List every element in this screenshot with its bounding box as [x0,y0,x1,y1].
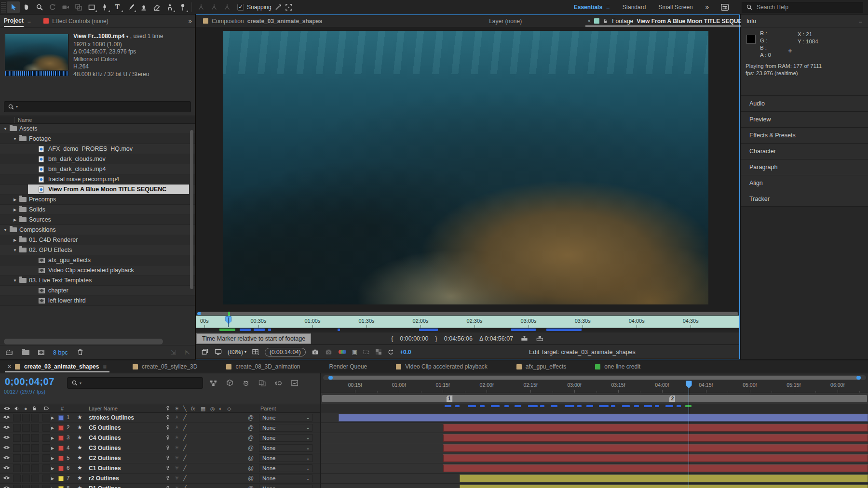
audio-cell[interactable] [13,485,21,488]
roto-brush-tool[interactable] [163,1,176,13]
quality-switch[interactable]: ☀ [175,445,179,451]
quality-switch[interactable]: ☀ [175,475,179,481]
project-horizontal-scrollbar[interactable] [4,339,163,344]
puppet-pin-tool[interactable] [176,1,189,13]
quality-switch[interactable]: ☀ [175,465,179,471]
parent-dropdown[interactable]: None⌄ [259,414,313,422]
project-tree-item[interactable]: AFX_demo_PRORES_HQ.mov [0,144,195,154]
video-column-icon[interactable] [3,405,11,412]
project-tree-item[interactable]: View From A Blue Moon TITLE SEQUENC [0,185,195,195]
audio-cell[interactable] [13,475,21,482]
graph-editor-icon[interactable] [291,380,298,387]
disclosure-arrow-icon[interactable]: ▼ [13,278,17,283]
expand-layer-icon[interactable]: ▶ [51,416,54,420]
motion-blur-icon[interactable] [274,380,283,387]
lock-cell[interactable] [31,454,39,462]
effects-switch[interactable]: ╱ [183,424,187,431]
layer-label-swatch[interactable] [58,456,64,461]
timeline-panel-menu-icon[interactable]: ≡ [103,363,107,370]
workspace-menu-icon[interactable]: ≡ [606,3,610,11]
view-axis-mode[interactable] [220,1,233,13]
parent-dropdown[interactable]: None⌄ [259,464,313,472]
label-cell[interactable] [42,475,50,482]
quality-switch[interactable]: ☀ [175,424,179,431]
info-panel-title[interactable]: Info [746,18,756,25]
new-composition-icon[interactable] [38,350,44,355]
timeline-search-input[interactable]: ▾ [67,377,203,389]
footage-name-caret-icon[interactable]: ▾ [126,34,129,39]
anchor-switch[interactable] [165,435,171,441]
close-tab-icon[interactable]: × [587,18,591,25]
show-snapshot-icon[interactable] [325,349,333,356]
solo-column-icon[interactable]: ● [24,405,27,412]
timeline-tab[interactable]: create_08_3D_animation [221,360,305,373]
timeline-playhead[interactable] [689,381,689,488]
collapse-arrow-icon[interactable]: ⇲ [171,349,176,356]
project-tree-item[interactable]: ▼ Compositions [0,225,195,235]
audio-cell[interactable] [13,444,21,452]
parent-dropdown[interactable]: None⌄ [259,475,313,482]
project-tree-item[interactable]: bm_dark_clouds.mov [0,154,195,164]
layer-name[interactable]: strokes Outlines [89,414,134,421]
solo-cell[interactable] [22,464,30,472]
lock-cell[interactable] [31,475,39,482]
project-tree-item[interactable]: ▶ 01. C4D Renderer [0,235,195,245]
quality-switch[interactable]: ☀ [175,414,179,421]
quality-switch[interactable]: ☀ [175,455,179,461]
layer-row[interactable]: ▶ 3 ★ C4 Outlines ☀ ╱ @ None⌄ [0,433,320,443]
project-tree-item[interactable]: ▼ 03. Live Text Templates [0,276,195,286]
new-folder-icon[interactable] [22,350,29,355]
workspace-essentials[interactable]: Essentials [574,4,602,11]
effects-switch[interactable]: ╱ [183,465,187,471]
reset-exposure-icon[interactable] [387,349,394,356]
parent-dropdown[interactable]: None⌄ [259,424,313,432]
anchor-switch[interactable] [165,475,171,482]
effects-switch[interactable]: ╱ [183,435,187,441]
project-tree-item[interactable]: fractal noise precomp.mp4 [0,174,195,185]
world-axis-mode[interactable] [207,1,220,13]
parent-pickwhip-icon[interactable]: @ [248,414,254,421]
footage-name[interactable]: View Fr...1080.mp4 [73,33,125,40]
always-preview-icon[interactable] [201,348,209,356]
lock-icon[interactable] [603,18,609,24]
layer-label-swatch[interactable] [58,425,64,431]
layer-row[interactable]: ▶ 8 ★ R1 Outlines ☀ ╱ @ None⌄ [0,484,320,488]
project-tree-item[interactable]: ▶ Sources [0,215,195,225]
project-tree-item[interactable]: bm_dark_clouds.mp4 [0,164,195,174]
layer-duration-bar[interactable] [460,475,868,482]
label-cell[interactable] [42,414,50,422]
quality-switch[interactable]: ☀ [175,485,179,488]
parent-dropdown[interactable]: None⌄ [259,454,313,462]
layer-label-swatch[interactable] [58,486,64,488]
layer-name[interactable]: R1 Outlines [89,485,121,488]
in-point-icon[interactable]: { [391,335,393,342]
disclosure-arrow-icon[interactable]: ▶ [13,198,17,202]
expand-layer-icon[interactable]: ▶ [51,426,54,430]
lock-cell[interactable] [31,464,39,472]
layer-duration-bar[interactable] [443,464,868,472]
sidebar-panel-align[interactable]: Align [741,175,868,191]
lock-cell[interactable] [31,424,39,432]
timeline-tab[interactable]: one line credit [590,360,645,373]
resolution-icon[interactable]: ▣ [352,349,357,356]
grid-guides-icon[interactable] [252,348,259,356]
project-tree-item[interactable]: ▼ Assets [0,124,195,134]
project-bit-depth[interactable]: 8 bpc [53,349,68,356]
solo-cell[interactable] [22,414,30,422]
layer-name-column-header[interactable]: Layer Name [89,405,118,412]
layer-duration-bar[interactable] [443,434,868,442]
snap-options-icon[interactable] [274,3,282,11]
timeline-tab[interactable]: afx_gpu_effects [512,360,571,373]
layer-name[interactable]: r2 Outlines [89,475,119,482]
expand-layer-icon[interactable]: ▶ [51,456,54,461]
sidebar-panel-character[interactable]: Character [741,143,868,159]
label-cell[interactable] [42,434,50,442]
hand-tool[interactable] [20,1,33,13]
composition-mini-flowchart-icon[interactable] [209,380,217,387]
audio-cell[interactable] [13,454,21,462]
magnification-dropdown[interactable]: (83%)▾ [228,349,246,356]
work-area-bar[interactable] [322,395,867,402]
footage-time-ruler[interactable]: 00s 00:30s 01:00s 01:30s 02:00s 02:30s 0… [196,316,739,328]
snap-extents-icon[interactable] [285,3,293,11]
project-tree-item[interactable]: Video Clip accelerated playback [0,265,195,276]
